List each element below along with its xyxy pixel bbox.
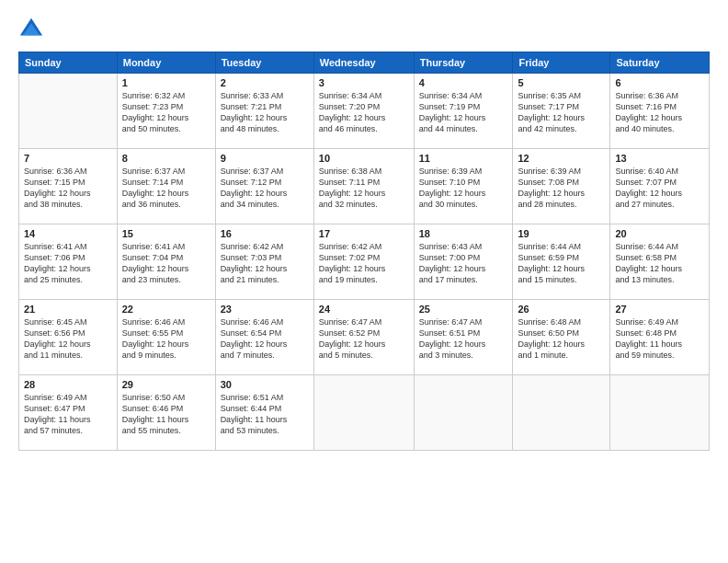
calendar-cell: [414, 375, 513, 451]
day-info: Sunrise: 6:49 AM Sunset: 6:48 PM Dayligh…: [615, 316, 704, 362]
calendar-cell: 4Sunrise: 6:34 AM Sunset: 7:19 PM Daylig…: [414, 74, 513, 149]
calendar-cell: 24Sunrise: 6:47 AM Sunset: 6:52 PM Dayli…: [313, 300, 414, 375]
day-number: 19: [518, 228, 605, 239]
day-number: 22: [122, 304, 210, 315]
calendar-week-row: 21Sunrise: 6:45 AM Sunset: 6:56 PM Dayli…: [19, 300, 710, 375]
day-number: 27: [615, 304, 704, 315]
day-number: 16: [221, 228, 309, 239]
day-info: Sunrise: 6:45 AM Sunset: 6:56 PM Dayligh…: [24, 316, 112, 362]
day-info: Sunrise: 6:41 AM Sunset: 7:06 PM Dayligh…: [24, 241, 112, 286]
calendar-cell: 14Sunrise: 6:41 AM Sunset: 7:06 PM Dayli…: [19, 224, 118, 300]
calendar-header: SundayMondayTuesdayWednesdayThursdayFrid…: [19, 52, 710, 74]
logo-icon: [18, 17, 44, 42]
day-number: 26: [518, 304, 605, 315]
day-number: 9: [221, 153, 309, 164]
day-info: Sunrise: 6:34 AM Sunset: 7:20 PM Dayligh…: [319, 90, 409, 135]
calendar-cell: [19, 74, 118, 149]
calendar-cell: 13Sunrise: 6:40 AM Sunset: 7:07 PM Dayli…: [610, 149, 710, 224]
weekday-header-row: SundayMondayTuesdayWednesdayThursdayFrid…: [19, 52, 710, 74]
weekday-header-monday: Monday: [117, 52, 215, 74]
day-info: Sunrise: 6:46 AM Sunset: 6:54 PM Dayligh…: [221, 316, 309, 362]
calendar-cell: 10Sunrise: 6:38 AM Sunset: 7:11 PM Dayli…: [313, 149, 414, 224]
day-number: 28: [24, 379, 112, 390]
calendar-cell: 17Sunrise: 6:42 AM Sunset: 7:02 PM Dayli…: [313, 224, 414, 300]
day-info: Sunrise: 6:44 AM Sunset: 6:59 PM Dayligh…: [518, 241, 605, 286]
day-info: Sunrise: 6:36 AM Sunset: 7:15 PM Dayligh…: [24, 166, 112, 211]
calendar-cell: 20Sunrise: 6:44 AM Sunset: 6:58 PM Dayli…: [610, 224, 710, 300]
calendar-cell: [313, 375, 414, 451]
day-number: 3: [319, 77, 409, 88]
day-number: 24: [319, 304, 409, 315]
calendar: SundayMondayTuesdayWednesdayThursdayFrid…: [18, 52, 710, 451]
day-number: 21: [24, 304, 112, 315]
weekday-header-thursday: Thursday: [414, 52, 513, 74]
day-number: 25: [419, 304, 508, 315]
weekday-header-saturday: Saturday: [610, 52, 710, 74]
calendar-cell: [513, 375, 610, 451]
calendar-cell: 26Sunrise: 6:48 AM Sunset: 6:50 PM Dayli…: [513, 300, 610, 375]
calendar-cell: 21Sunrise: 6:45 AM Sunset: 6:56 PM Dayli…: [19, 300, 118, 375]
day-number: 8: [122, 153, 210, 164]
day-info: Sunrise: 6:50 AM Sunset: 6:46 PM Dayligh…: [122, 392, 210, 437]
day-info: Sunrise: 6:44 AM Sunset: 6:58 PM Dayligh…: [615, 241, 704, 286]
calendar-cell: 2Sunrise: 6:33 AM Sunset: 7:21 PM Daylig…: [215, 74, 313, 149]
day-info: Sunrise: 6:39 AM Sunset: 7:10 PM Dayligh…: [419, 166, 508, 211]
day-number: 12: [518, 153, 605, 164]
day-number: 5: [518, 77, 605, 88]
day-info: Sunrise: 6:40 AM Sunset: 7:07 PM Dayligh…: [615, 166, 704, 211]
day-number: 30: [221, 379, 309, 390]
day-info: Sunrise: 6:47 AM Sunset: 6:51 PM Dayligh…: [419, 316, 508, 362]
day-info: Sunrise: 6:46 AM Sunset: 6:55 PM Dayligh…: [122, 316, 210, 362]
calendar-cell: 16Sunrise: 6:42 AM Sunset: 7:03 PM Dayli…: [215, 224, 313, 300]
weekday-header-friday: Friday: [513, 52, 610, 74]
calendar-cell: 5Sunrise: 6:35 AM Sunset: 7:17 PM Daylig…: [513, 74, 610, 149]
calendar-cell: 19Sunrise: 6:44 AM Sunset: 6:59 PM Dayli…: [513, 224, 610, 300]
calendar-week-row: 14Sunrise: 6:41 AM Sunset: 7:06 PM Dayli…: [19, 224, 710, 300]
page: SundayMondayTuesdayWednesdayThursdayFrid…: [0, 0, 728, 563]
calendar-week-row: 28Sunrise: 6:49 AM Sunset: 6:47 PM Dayli…: [19, 375, 710, 451]
day-number: 13: [615, 153, 704, 164]
day-info: Sunrise: 6:38 AM Sunset: 7:11 PM Dayligh…: [319, 166, 409, 211]
day-number: 23: [221, 304, 309, 315]
day-number: 6: [615, 77, 704, 88]
calendar-cell: 12Sunrise: 6:39 AM Sunset: 7:08 PM Dayli…: [513, 149, 610, 224]
day-info: Sunrise: 6:48 AM Sunset: 6:50 PM Dayligh…: [518, 316, 605, 362]
day-number: 15: [122, 228, 210, 239]
calendar-cell: 27Sunrise: 6:49 AM Sunset: 6:48 PM Dayli…: [610, 300, 710, 375]
day-number: 11: [419, 153, 508, 164]
calendar-cell: 30Sunrise: 6:51 AM Sunset: 6:44 PM Dayli…: [215, 375, 313, 451]
day-info: Sunrise: 6:37 AM Sunset: 7:12 PM Dayligh…: [221, 166, 309, 211]
calendar-cell: 7Sunrise: 6:36 AM Sunset: 7:15 PM Daylig…: [19, 149, 118, 224]
day-number: 20: [615, 228, 704, 239]
weekday-header-wednesday: Wednesday: [313, 52, 414, 74]
day-info: Sunrise: 6:43 AM Sunset: 7:00 PM Dayligh…: [419, 241, 508, 286]
calendar-cell: 11Sunrise: 6:39 AM Sunset: 7:10 PM Dayli…: [414, 149, 513, 224]
day-number: 2: [221, 77, 309, 88]
day-info: Sunrise: 6:41 AM Sunset: 7:04 PM Dayligh…: [122, 241, 210, 286]
day-number: 18: [419, 228, 508, 239]
day-number: 17: [319, 228, 409, 239]
day-info: Sunrise: 6:42 AM Sunset: 7:02 PM Dayligh…: [319, 241, 409, 286]
calendar-cell: [610, 375, 710, 451]
calendar-cell: 28Sunrise: 6:49 AM Sunset: 6:47 PM Dayli…: [19, 375, 118, 451]
calendar-cell: 23Sunrise: 6:46 AM Sunset: 6:54 PM Dayli…: [215, 300, 313, 375]
weekday-header-sunday: Sunday: [19, 52, 118, 74]
day-info: Sunrise: 6:39 AM Sunset: 7:08 PM Dayligh…: [518, 166, 605, 211]
day-info: Sunrise: 6:37 AM Sunset: 7:14 PM Dayligh…: [122, 166, 210, 211]
calendar-cell: 3Sunrise: 6:34 AM Sunset: 7:20 PM Daylig…: [313, 74, 414, 149]
calendar-cell: 25Sunrise: 6:47 AM Sunset: 6:51 PM Dayli…: [414, 300, 513, 375]
calendar-cell: 9Sunrise: 6:37 AM Sunset: 7:12 PM Daylig…: [215, 149, 313, 224]
calendar-cell: 1Sunrise: 6:32 AM Sunset: 7:23 PM Daylig…: [117, 74, 215, 149]
day-info: Sunrise: 6:32 AM Sunset: 7:23 PM Dayligh…: [122, 90, 210, 135]
calendar-cell: 8Sunrise: 6:37 AM Sunset: 7:14 PM Daylig…: [117, 149, 215, 224]
header: [18, 17, 710, 42]
calendar-cell: 29Sunrise: 6:50 AM Sunset: 6:46 PM Dayli…: [117, 375, 215, 451]
day-info: Sunrise: 6:51 AM Sunset: 6:44 PM Dayligh…: [221, 392, 309, 437]
day-number: 1: [122, 77, 210, 88]
day-info: Sunrise: 6:35 AM Sunset: 7:17 PM Dayligh…: [518, 90, 605, 135]
day-info: Sunrise: 6:36 AM Sunset: 7:16 PM Dayligh…: [615, 90, 704, 135]
day-number: 7: [24, 153, 112, 164]
calendar-cell: 22Sunrise: 6:46 AM Sunset: 6:55 PM Dayli…: [117, 300, 215, 375]
calendar-cell: 15Sunrise: 6:41 AM Sunset: 7:04 PM Dayli…: [117, 224, 215, 300]
day-info: Sunrise: 6:42 AM Sunset: 7:03 PM Dayligh…: [221, 241, 309, 286]
